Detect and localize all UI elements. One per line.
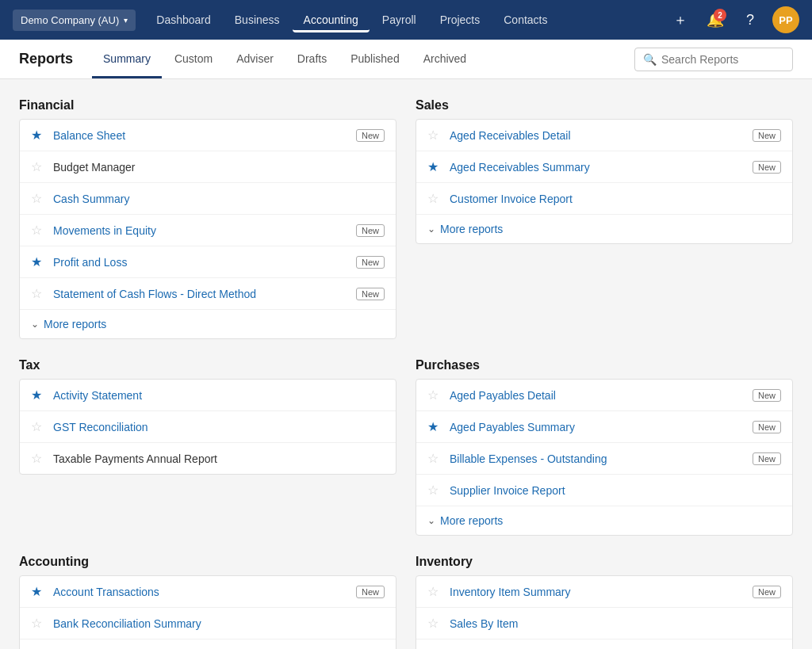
star-icon-balance-sheet[interactable]: ★ bbox=[31, 128, 45, 143]
nav-business[interactable]: Business bbox=[224, 7, 291, 32]
tab-published[interactable]: Published bbox=[339, 41, 411, 78]
star-icon-cash-summary[interactable]: ☆ bbox=[31, 191, 45, 206]
star-icon-billable-expenses[interactable]: ☆ bbox=[427, 451, 442, 466]
company-selector[interactable]: Demo Company (AU) ▾ bbox=[13, 10, 136, 31]
search-input[interactable] bbox=[661, 53, 784, 66]
report-item-cash-summary[interactable]: ☆ Cash Summary bbox=[20, 183, 396, 215]
report-name-cash-flows: Statement of Cash Flows - Direct Method bbox=[53, 288, 348, 300]
report-item-bank-reconciliation[interactable]: ☆ Bank Reconciliation Summary bbox=[20, 608, 396, 639]
add-button[interactable]: ＋ bbox=[668, 7, 693, 32]
sales-section: Sales ☆ Aged Receivables Detail New ★ Ag… bbox=[416, 98, 793, 339]
financial-report-list: ★ Balance Sheet New ☆ Budget Manager ☆ C… bbox=[19, 119, 396, 339]
company-chevron-icon: ▾ bbox=[124, 16, 128, 25]
star-icon-customer-invoice[interactable]: ☆ bbox=[427, 191, 442, 206]
report-name-gst-reconciliation: GST Reconciliation bbox=[53, 421, 385, 433]
accounting-section: Accounting ★ Account Transactions New ☆ … bbox=[19, 555, 396, 649]
star-icon-aged-rec-detail[interactable]: ☆ bbox=[427, 128, 442, 143]
avatar[interactable]: PP bbox=[772, 6, 799, 33]
page-title: Reports bbox=[19, 51, 73, 67]
sales-more-reports[interactable]: ⌄ More reports bbox=[416, 215, 792, 243]
tax-title: Tax bbox=[19, 358, 396, 372]
tab-archived[interactable]: Archived bbox=[412, 41, 477, 78]
nav-contacts[interactable]: Contacts bbox=[492, 7, 558, 32]
report-item-taxable-payments[interactable]: ☆ Taxable Payments Annual Report bbox=[20, 443, 396, 474]
report-item-profit-loss[interactable]: ★ Profit and Loss New bbox=[20, 246, 396, 278]
report-item-movements-equity[interactable]: ☆ Movements in Equity New bbox=[20, 215, 396, 246]
star-icon-aged-pay-detail[interactable]: ☆ bbox=[427, 387, 442, 403]
inventory-more-reports[interactable]: ⌄ More reports bbox=[416, 639, 792, 649]
star-icon-aged-rec-summary[interactable]: ★ bbox=[427, 159, 442, 174]
company-name: Demo Company (AU) bbox=[21, 14, 119, 26]
report-item-customer-invoice[interactable]: ☆ Customer Invoice Report bbox=[416, 183, 792, 215]
financial-title: Financial bbox=[19, 98, 396, 113]
report-name-aged-pay-summary: Aged Payables Summary bbox=[450, 421, 745, 433]
search-box[interactable]: 🔍 bbox=[634, 48, 793, 71]
inventory-report-list: ☆ Inventory Item Summary New ☆ Sales By … bbox=[416, 575, 793, 649]
report-name-customer-invoice: Customer Invoice Report bbox=[450, 193, 781, 205]
sub-nav-tabs: Summary Custom Adviser Drafts Published … bbox=[92, 41, 634, 78]
nav-accounting[interactable]: Accounting bbox=[293, 7, 370, 32]
star-icon-activity-statement[interactable]: ★ bbox=[31, 387, 45, 403]
star-icon-profit-loss[interactable]: ★ bbox=[31, 254, 45, 269]
purchases-title: Purchases bbox=[416, 358, 793, 372]
star-icon-movements-equity[interactable]: ☆ bbox=[31, 223, 45, 238]
report-item-account-transactions[interactable]: ★ Account Transactions New bbox=[20, 576, 396, 608]
report-item-budget-manager[interactable]: ☆ Budget Manager bbox=[20, 151, 396, 183]
star-icon-supplier-invoice[interactable]: ☆ bbox=[427, 483, 442, 498]
purchases-more-chevron-icon: ⌄ bbox=[427, 515, 435, 526]
report-name-cash-summary: Cash Summary bbox=[53, 193, 385, 205]
star-icon-gst-reconciliation[interactable]: ☆ bbox=[31, 419, 45, 434]
new-badge-aged-rec-detail: New bbox=[753, 129, 781, 142]
tax-report-list: ★ Activity Statement ☆ GST Reconciliatio… bbox=[19, 379, 396, 475]
star-icon-taxable-payments[interactable]: ☆ bbox=[31, 451, 45, 466]
star-icon-cash-flows[interactable]: ☆ bbox=[31, 286, 45, 301]
tab-adviser[interactable]: Adviser bbox=[225, 41, 285, 78]
report-item-aged-payables-detail[interactable]: ☆ Aged Payables Detail New bbox=[416, 380, 792, 411]
report-item-cash-flows[interactable]: ☆ Statement of Cash Flows - Direct Metho… bbox=[20, 278, 396, 310]
report-name-account-transactions: Account Transactions bbox=[53, 586, 348, 598]
report-item-inventory-item-summary[interactable]: ☆ Inventory Item Summary New bbox=[416, 576, 792, 608]
new-badge-aged-rec-summary: New bbox=[753, 161, 781, 174]
financial-more-chevron-icon: ⌄ bbox=[31, 319, 39, 330]
report-name-balance-sheet: Balance Sheet bbox=[53, 129, 348, 142]
report-item-activity-statement[interactable]: ★ Activity Statement bbox=[20, 380, 396, 411]
star-icon-budget-manager[interactable]: ☆ bbox=[31, 159, 45, 174]
new-badge-balance-sheet: New bbox=[356, 129, 385, 142]
star-icon-inventory-item-summary[interactable]: ☆ bbox=[427, 584, 442, 599]
nav-projects[interactable]: Projects bbox=[429, 7, 492, 32]
financial-more-reports[interactable]: ⌄ More reports bbox=[20, 310, 396, 338]
star-icon-aged-pay-summary[interactable]: ★ bbox=[427, 419, 442, 434]
nav-dashboard[interactable]: Dashboard bbox=[145, 7, 222, 32]
tab-drafts[interactable]: Drafts bbox=[286, 41, 338, 78]
report-name-inventory-item-summary: Inventory Item Summary bbox=[450, 586, 745, 598]
new-badge-movements-equity: New bbox=[356, 224, 385, 237]
report-item-supplier-invoice[interactable]: ☆ Supplier Invoice Report bbox=[416, 475, 792, 506]
nav-payroll[interactable]: Payroll bbox=[371, 7, 427, 32]
report-item-balance-sheet[interactable]: ★ Balance Sheet New bbox=[20, 120, 396, 151]
notification-button[interactable]: 🔔 2 bbox=[703, 7, 728, 32]
help-button[interactable]: ? bbox=[737, 7, 763, 32]
new-badge-profit-loss: New bbox=[356, 256, 385, 269]
tab-custom[interactable]: Custom bbox=[163, 41, 224, 78]
star-icon-account-transactions[interactable]: ★ bbox=[31, 584, 45, 599]
report-item-aged-receivables-summary[interactable]: ★ Aged Receivables Summary New bbox=[416, 151, 792, 183]
new-badge-account-transactions: New bbox=[356, 586, 385, 598]
sales-title: Sales bbox=[416, 98, 793, 113]
tab-summary[interactable]: Summary bbox=[92, 41, 162, 78]
star-icon-sales-by-item[interactable]: ☆ bbox=[427, 616, 442, 631]
sub-navigation: Reports Summary Custom Adviser Drafts Pu… bbox=[0, 40, 812, 79]
purchases-more-reports[interactable]: ⌄ More reports bbox=[416, 506, 792, 535]
report-item-contact-transactions[interactable]: ☆ Contact Transactions - Summary New bbox=[20, 639, 396, 649]
top-navigation: Demo Company (AU) ▾ Dashboard Business A… bbox=[0, 0, 812, 40]
report-item-gst-reconciliation[interactable]: ☆ GST Reconciliation bbox=[20, 411, 396, 443]
report-item-billable-expenses[interactable]: ☆ Billable Expenses - Outstanding New bbox=[416, 443, 792, 475]
inventory-section: Inventory ☆ Inventory Item Summary New ☆… bbox=[416, 555, 793, 649]
report-item-aged-payables-summary[interactable]: ★ Aged Payables Summary New bbox=[416, 411, 792, 443]
report-item-aged-receivables-detail[interactable]: ☆ Aged Receivables Detail New bbox=[416, 120, 792, 151]
sales-more-chevron-icon: ⌄ bbox=[427, 223, 435, 235]
financial-more-label: More reports bbox=[44, 318, 106, 330]
accounting-title: Accounting bbox=[19, 555, 396, 569]
star-icon-bank-reconciliation[interactable]: ☆ bbox=[31, 616, 45, 631]
report-item-sales-by-item[interactable]: ☆ Sales By Item bbox=[416, 608, 792, 639]
sales-report-list: ☆ Aged Receivables Detail New ★ Aged Rec… bbox=[416, 119, 793, 244]
